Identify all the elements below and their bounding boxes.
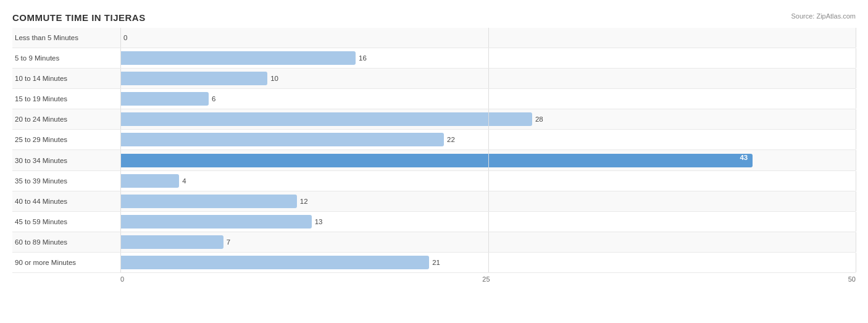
- bar-track: 4: [120, 171, 856, 191]
- chart-area: Less than 5 Minutes05 to 9 Minutes1610 t…: [12, 28, 856, 283]
- bar-fill: [120, 51, 356, 65]
- bar-track: 10: [120, 69, 856, 88]
- bar-fill: [120, 215, 312, 229]
- bar-value: 7: [227, 238, 230, 246]
- bar-track: 12: [120, 191, 856, 211]
- bar-track: 21: [120, 253, 856, 272]
- bar-track: 6: [120, 89, 856, 109]
- bar-label: 90 or more Minutes: [12, 258, 120, 267]
- bar-track: 16: [120, 48, 856, 68]
- chart-title: COMMUTE TIME IN TIJERAS: [12, 12, 856, 23]
- bar-label: 15 to 19 Minutes: [12, 94, 120, 104]
- bar-value: 0: [123, 34, 127, 41]
- bar-track: 28: [120, 109, 856, 129]
- x-axis: 02550: [12, 275, 856, 283]
- bar-fill: [120, 174, 179, 188]
- bar-track: 7: [120, 232, 856, 252]
- bar-label: 60 to 89 Minutes: [12, 237, 120, 247]
- bar-value: 12: [300, 198, 308, 205]
- bar-value: 4: [182, 177, 186, 185]
- bar-fill: [120, 235, 223, 249]
- bar-track: 0: [120, 28, 856, 48]
- x-tick: 0: [120, 275, 124, 283]
- bar-value: 21: [432, 259, 440, 266]
- bar-value: 28: [535, 115, 543, 123]
- bar-label: 25 to 29 Minutes: [12, 135, 120, 145]
- bar-track: 13: [120, 212, 856, 232]
- table-row: 60 to 89 Minutes7: [12, 232, 856, 253]
- chart-container: COMMUTE TIME IN TIJERAS Source: ZipAtlas…: [0, 0, 868, 323]
- bar-fill: [120, 72, 267, 85]
- bar-value: 22: [447, 136, 455, 143]
- table-row: 20 to 24 Minutes28: [12, 109, 856, 130]
- x-tick: 50: [848, 275, 856, 283]
- bar-label: 5 to 9 Minutes: [12, 53, 120, 63]
- table-row: 25 to 29 Minutes22: [12, 130, 856, 150]
- bar-label: 30 to 34 Minutes: [12, 156, 120, 166]
- table-row: 30 to 34 Minutes43: [12, 150, 856, 170]
- bar-value: 16: [359, 54, 367, 62]
- bar-track: 22: [120, 130, 856, 149]
- source-label: Source: ZipAtlas.com: [791, 12, 856, 20]
- bar-value: 13: [315, 218, 323, 225]
- bar-fill: [120, 92, 209, 106]
- bar-fill: 43: [120, 154, 753, 167]
- bar-label: 20 to 24 Minutes: [12, 114, 120, 124]
- x-axis-labels: 02550: [120, 275, 856, 283]
- bar-track: 43: [120, 150, 856, 170]
- bar-fill: [120, 133, 444, 146]
- bar-label: 40 to 44 Minutes: [12, 196, 120, 206]
- bar-fill: [120, 195, 297, 208]
- bar-label: 10 to 14 Minutes: [12, 73, 120, 83]
- table-row: 40 to 44 Minutes12: [12, 191, 856, 212]
- table-row: 45 to 59 Minutes13: [12, 212, 856, 232]
- table-row: 35 to 39 Minutes4: [12, 171, 856, 191]
- bar-label: Less than 5 Minutes: [12, 33, 120, 43]
- bar-label: 45 to 59 Minutes: [12, 217, 120, 227]
- bar-label: 35 to 39 Minutes: [12, 176, 120, 186]
- bar-value: 10: [270, 75, 278, 82]
- bars-section: Less than 5 Minutes05 to 9 Minutes1610 t…: [12, 28, 856, 273]
- table-row: 90 or more Minutes21: [12, 253, 856, 273]
- bar-value: 6: [212, 95, 215, 103]
- table-row: 15 to 19 Minutes6: [12, 89, 856, 109]
- x-tick: 25: [482, 275, 490, 283]
- bar-fill: [120, 112, 532, 126]
- bar-fill: [120, 256, 429, 269]
- bar-value: 43: [740, 154, 748, 161]
- table-row: Less than 5 Minutes0: [12, 28, 856, 48]
- table-row: 5 to 9 Minutes16: [12, 48, 856, 69]
- table-row: 10 to 14 Minutes10: [12, 69, 856, 89]
